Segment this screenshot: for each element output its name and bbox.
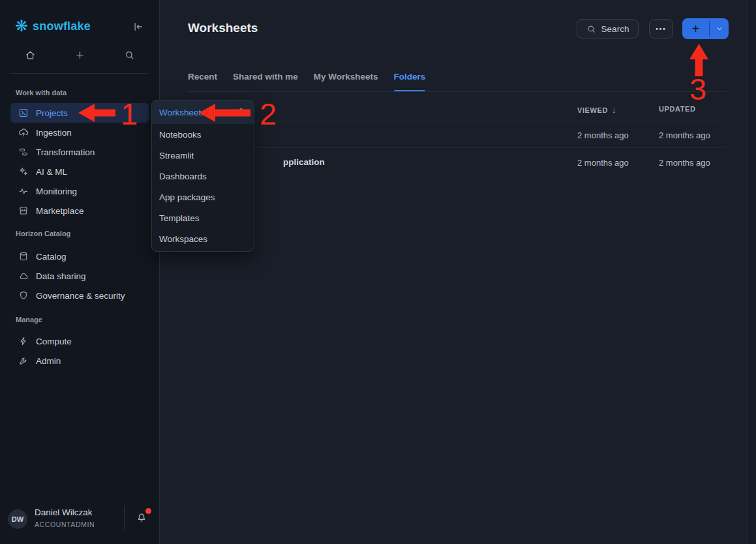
menu-item-label: App packages xyxy=(159,192,215,202)
viewed-cell: 2 months ago xyxy=(577,158,629,168)
menu-item-templates[interactable]: Templates xyxy=(152,207,254,228)
monitoring-pulse-icon xyxy=(18,186,29,196)
sidebar-item-label: Projects xyxy=(36,108,68,118)
tabs-divider xyxy=(188,91,726,92)
chevron-down-icon xyxy=(715,24,724,33)
sidebar-item-admin[interactable]: Admin xyxy=(10,351,149,370)
sidebar-divider xyxy=(10,73,149,74)
search-icon xyxy=(124,50,135,61)
quick-add-button[interactable] xyxy=(69,44,90,65)
tab-label: Recent xyxy=(188,72,217,82)
user-divider xyxy=(124,506,125,530)
sidebar-item-marketplace[interactable]: Marketplace xyxy=(10,201,149,220)
updated-cell: 2 months ago xyxy=(659,158,710,168)
sidebar-item-label: Transformation xyxy=(36,147,95,157)
more-actions-button[interactable]: ••• xyxy=(649,19,673,38)
column-header-updated[interactable]: UPDATED xyxy=(659,105,696,113)
plus-icon: + xyxy=(692,22,700,37)
menu-item-label: Worksheets xyxy=(159,108,205,117)
sidebar-item-label: Marketplace xyxy=(36,206,84,216)
menu-item-notebooks[interactable]: Notebooks xyxy=(152,124,254,145)
catalog-database-icon xyxy=(18,251,29,262)
shield-icon xyxy=(18,290,29,301)
sidebar-item-catalog[interactable]: Catalog xyxy=(10,247,149,266)
sidebar-item-governance-security[interactable]: Governance & security xyxy=(10,286,149,305)
search-button-label: Search xyxy=(601,24,629,34)
sidebar-quickbar xyxy=(10,44,149,65)
sidebar-item-compute[interactable]: Compute xyxy=(10,331,149,351)
menu-item-workspaces[interactable]: Workspaces xyxy=(152,228,254,249)
tab-my-worksheets[interactable]: My Worksheets xyxy=(314,70,378,92)
snowflake-logo-icon: ❋ xyxy=(15,18,28,34)
page-title: Worksheets xyxy=(188,21,258,35)
menu-item-dashboards[interactable]: Dashboards xyxy=(152,166,254,187)
transformation-icon xyxy=(18,147,29,157)
tab-folders[interactable]: Folders xyxy=(394,70,426,92)
menu-item-worksheets[interactable]: Worksheets xyxy=(152,100,254,124)
menu-item-app-packages[interactable]: App packages xyxy=(152,187,254,207)
menu-item-label: Templates xyxy=(159,213,200,223)
tab-shared-with-me[interactable]: Shared with me xyxy=(233,70,298,92)
bell-icon xyxy=(136,512,147,524)
new-worksheet-dropdown-button[interactable] xyxy=(710,18,729,39)
home-icon xyxy=(25,50,36,61)
tab-label: My Worksheets xyxy=(314,72,378,82)
section-label: Manage xyxy=(0,313,159,326)
sidebar-item-monitoring[interactable]: Monitoring xyxy=(10,181,149,201)
sidebar-item-ingestion[interactable]: Ingestion xyxy=(10,123,149,142)
section-label: Work with data xyxy=(0,86,159,99)
menu-item-label: Dashboards xyxy=(159,172,207,181)
snowsight-window: ❋ snowflake Work with data xyxy=(0,0,756,544)
collapse-sidebar-icon xyxy=(132,21,144,33)
plus-icon xyxy=(74,50,85,61)
user-area: DW Daniel Wilczak ACCOUNTADMIN xyxy=(0,504,159,544)
sidebar-item-projects[interactable]: Projects xyxy=(10,103,149,123)
column-header-viewed[interactable]: VIEWED ↓ xyxy=(577,105,616,115)
updated-cell: 2 months ago xyxy=(659,130,710,140)
sidebar-item-transformation[interactable]: Transformation xyxy=(10,142,149,162)
new-worksheet-button[interactable]: + xyxy=(682,18,709,39)
tab-recent[interactable]: Recent xyxy=(188,70,217,92)
ingestion-icon xyxy=(18,127,29,138)
user-avatar[interactable]: DW xyxy=(8,509,27,529)
data-sharing-cloud-icon xyxy=(18,271,29,281)
user-role: ACCOUNTADMIN xyxy=(35,521,95,528)
snowflake-logo-text: snowflake xyxy=(33,20,91,33)
ai-ml-sparkles-icon xyxy=(18,166,29,177)
sidebar-collapse-button[interactable] xyxy=(131,20,145,34)
sidebar-item-data-sharing[interactable]: Data sharing xyxy=(10,266,149,286)
projects-icon xyxy=(18,108,29,118)
column-label: VIEWED xyxy=(577,106,608,114)
nav-section-horizon-catalog: Horizon Catalog Catalog Data sharing Gov… xyxy=(0,227,159,305)
quick-search-button[interactable] xyxy=(119,44,140,65)
pin-button[interactable] xyxy=(236,107,246,117)
menu-item-label: Workspaces xyxy=(159,234,207,244)
search-button[interactable]: Search xyxy=(577,19,639,38)
projects-flyout-menu: Worksheets Notebooks Streamlit Dashboard… xyxy=(151,100,254,252)
menu-item-streamlit[interactable]: Streamlit xyxy=(152,145,254,166)
sidebar-item-label: Catalog xyxy=(36,252,67,262)
tab-label: Shared with me xyxy=(233,72,298,82)
folder-row[interactable]: pplication 2 months ago 2 months ago xyxy=(188,149,726,175)
notification-dot xyxy=(145,508,151,514)
sort-desc-icon: ↓ xyxy=(612,105,616,115)
ellipsis-icon: ••• xyxy=(656,25,667,33)
sidebar: ❋ snowflake Work with data xyxy=(0,0,160,544)
nav-section-work-with-data: Work with data Projects Ingestion Transf… xyxy=(0,86,159,220)
sidebar-item-label: Governance & security xyxy=(36,291,125,301)
home-button[interactable] xyxy=(20,44,40,65)
folder-row[interactable]: 2 months ago 2 months ago xyxy=(188,121,726,148)
sidebar-item-label: Admin xyxy=(36,356,61,366)
sidebar-item-label: Data sharing xyxy=(36,271,86,281)
new-worksheet-split-button: + xyxy=(682,18,729,39)
sidebar-item-label: Compute xyxy=(36,337,72,346)
sidebar-item-label: Monitoring xyxy=(36,187,77,196)
scrollbar-gutter xyxy=(747,0,756,544)
sidebar-item-ai-ml[interactable]: AI & ML xyxy=(10,162,149,181)
wrench-icon xyxy=(18,355,29,366)
notifications-button[interactable] xyxy=(134,510,151,527)
worksheets-tabs: Recent Shared with me My Worksheets Fold… xyxy=(188,70,425,92)
menu-item-label: Streamlit xyxy=(159,151,194,160)
nav-section-manage: Manage Compute Admin xyxy=(0,313,159,370)
snowflake-logo: ❋ snowflake xyxy=(15,18,91,34)
